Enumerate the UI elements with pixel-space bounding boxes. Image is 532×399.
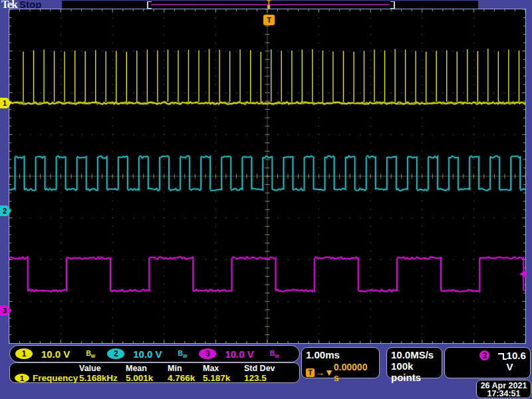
ch3-scale: 10.0 V bbox=[225, 348, 253, 360]
waveform-display bbox=[9, 9, 525, 343]
meas-value: 5.168kHz bbox=[79, 373, 118, 383]
trigger-delay-value: 0.00000 s bbox=[334, 362, 375, 383]
meas-channel-badge: 1 bbox=[15, 374, 29, 382]
window-right-bracket bbox=[390, 1, 395, 9]
meas-min: 4.766k bbox=[168, 373, 195, 383]
record-length: 100k points bbox=[391, 360, 438, 383]
falling-edge-icon bbox=[497, 351, 507, 361]
trigger-readout[interactable]: 3 10.6 V bbox=[444, 347, 531, 378]
meas-header-max: Max bbox=[203, 364, 219, 373]
timebase-readout[interactable]: 1.00ms T →▼ 0.00000 s bbox=[301, 347, 380, 378]
acquisition-readout[interactable]: 10.0MS/s 100k points bbox=[386, 347, 442, 378]
trigger-delay-t-icon: T bbox=[306, 368, 315, 377]
meas-header-min: Min bbox=[168, 364, 182, 373]
trigger-point-badge[interactable]: T bbox=[263, 15, 275, 25]
ch3-bandwidth-icon: BW bbox=[270, 350, 279, 358]
time-label: 17:34:51 bbox=[477, 390, 531, 398]
measurement-bar[interactable]: Value Mean Min Max Std Dev 1 Frequency 5… bbox=[9, 362, 300, 383]
sample-rate: 10.0MS/s bbox=[391, 349, 438, 360]
meas-name: Frequency bbox=[33, 373, 78, 383]
ch3-badge[interactable]: 3 bbox=[199, 348, 216, 359]
datetime-box: 26 Apr 2021 17:34:51 bbox=[476, 380, 531, 398]
ch1-scale: 10.0 V bbox=[41, 348, 70, 360]
ch1-bandwidth-icon: BW bbox=[86, 350, 95, 358]
channel-readout-bar[interactable]: 1 10.0 V BW 2 10.0 V BW 3 10.0 V BW bbox=[9, 345, 300, 362]
ch2-scale: 10.0 V bbox=[133, 348, 162, 360]
meas-header-mean: Mean bbox=[126, 364, 147, 373]
meas-stddev: 123.5 bbox=[244, 373, 267, 383]
ch2-badge[interactable]: 2 bbox=[107, 348, 124, 359]
trigger-level-value: 10.6 V bbox=[507, 350, 526, 372]
meas-max: 5.187k bbox=[203, 373, 230, 383]
meas-header-value: Value bbox=[79, 364, 101, 373]
trigger-level-arrow-icon[interactable] bbox=[519, 270, 527, 278]
trigger-source-badge[interactable]: 3 bbox=[479, 350, 489, 360]
trigger-delay-arrows-icon: →▼ bbox=[315, 367, 334, 378]
ch1-badge[interactable]: 1 bbox=[15, 348, 33, 359]
meas-header-stddev: Std Dev bbox=[244, 364, 275, 373]
ch2-bandwidth-icon: BW bbox=[178, 350, 188, 358]
meas-mean: 5.001k bbox=[126, 373, 153, 383]
time-per-div: 1.00ms bbox=[306, 349, 375, 360]
